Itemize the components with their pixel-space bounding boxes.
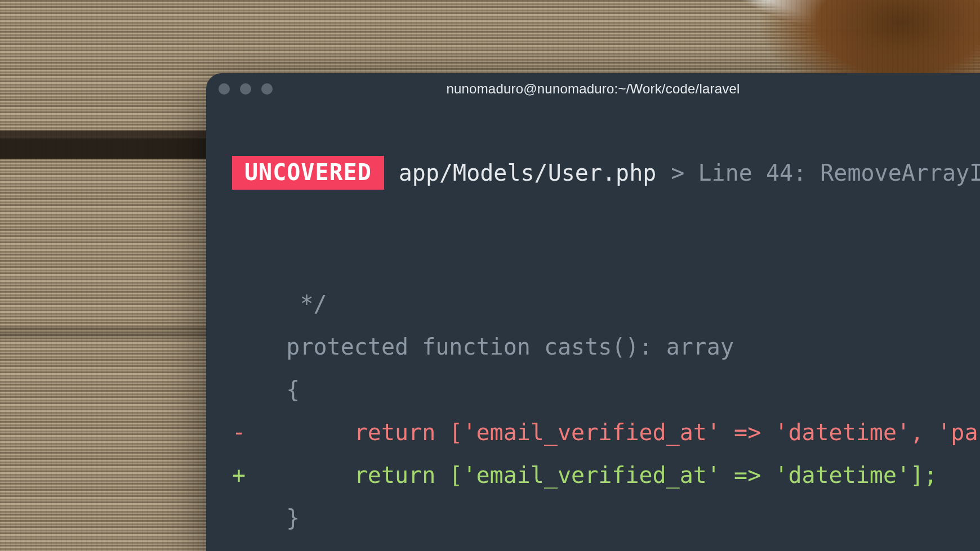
- uncovered-badge: UNCOVERED: [232, 156, 384, 190]
- line-info: > Line 44: RemoveArrayIt: [671, 160, 980, 186]
- diff-added-line: + return ['email_verified_at' => 'dateti…: [232, 462, 937, 488]
- traffic-lights: [219, 83, 273, 95]
- minimize-icon[interactable]: [240, 83, 251, 95]
- close-icon[interactable]: [219, 83, 230, 95]
- titlebar[interactable]: nunomaduro@nunomaduro:~/Work/code/larave…: [206, 73, 980, 105]
- code-line: }: [232, 505, 300, 531]
- code-line: {: [232, 377, 300, 402]
- code-line: }: [232, 548, 246, 551]
- diff-minus-sign: -: [232, 419, 246, 445]
- diff-removed-line: - return ['email_verified_at' => 'dateti…: [232, 419, 980, 445]
- terminal-window: nunomaduro@nunomaduro:~/Work/code/larave…: [206, 73, 980, 551]
- file-path: app/Models/User.php: [399, 160, 657, 186]
- terminal-content[interactable]: UNCOVERED app/Models/User.php > Line 44:…: [206, 105, 980, 551]
- code-diff: */ protected function casts(): array { -…: [206, 283, 980, 551]
- diff-plus-sign: +: [232, 462, 246, 488]
- code-line: protected function casts(): array: [232, 334, 734, 360]
- coverage-header: UNCOVERED app/Models/User.php > Line 44:…: [206, 156, 980, 190]
- zoom-icon[interactable]: [261, 83, 273, 95]
- window-title: nunomaduro@nunomaduro:~/Work/code/larave…: [206, 81, 980, 97]
- code-line: */: [232, 291, 327, 317]
